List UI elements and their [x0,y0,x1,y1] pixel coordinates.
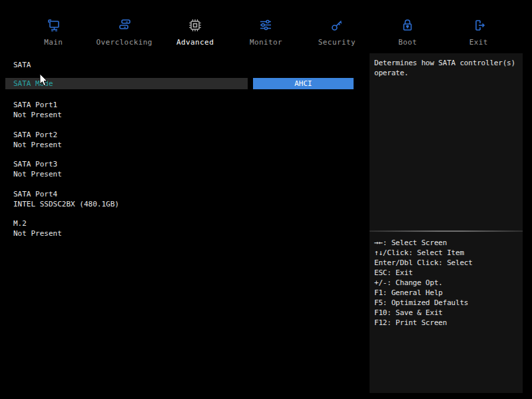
tab-monitor[interactable]: Monitor [230,16,301,47]
tab-exit[interactable]: Exit [443,16,514,47]
sliders-icon [257,16,274,35]
shortcut-key-list: →←: Select Screen ↑↓/Click: Select Item … [374,238,473,328]
item-label: SATA Port2 [13,130,62,140]
help-separator [370,230,523,232]
help-panel: Determines how SATA controller(s) operat… [370,53,523,393]
sata-mode-value[interactable]: AHCI [253,78,354,89]
shortcut-item: F10: Save & Exit [374,308,473,318]
item-value: Not Present [13,228,62,238]
shortcut-item: ↑↓/Click: Select Item [374,248,473,258]
bios-tab-bar: Main Overclocking [18,16,514,47]
shortcut-item: F1: General Help [374,288,473,298]
tab-label: Monitor [250,38,282,47]
item-label: SATA Port3 [13,159,62,169]
tab-advanced[interactable]: Advanced [160,16,230,47]
tab-label: Main [44,38,63,47]
tab-main[interactable]: Main [18,16,89,47]
tab-security[interactable]: Security [302,16,372,47]
tab-label: Overclocking [96,38,152,47]
tab-label: Boot [398,38,417,47]
computer-icon [45,16,62,35]
tab-label: Security [318,38,356,47]
layers-icon [116,16,133,35]
shortcut-item: F12: Print Screen [374,318,473,328]
shortcut-item: →←: Select Screen [374,238,473,248]
item-label: M.2 [13,218,62,228]
sata-mode-row[interactable]: SATA Mode [5,78,248,89]
list-item: SATA Port1 Not Present [13,100,62,120]
tab-label: Advanced [176,38,214,47]
tab-boot[interactable]: Boot [372,16,443,47]
section-title: SATA [13,61,31,69]
door-exit-icon [470,16,487,35]
item-label: SATA Port4 [13,189,119,199]
item-label: SATA Port1 [13,100,62,110]
tab-overclocking[interactable]: Overclocking [89,16,159,47]
item-value: Not Present [13,140,62,150]
shortcut-item: Enter/Dbl Click: Select [374,258,473,268]
item-value: Not Present [13,169,62,179]
list-item: SATA Port3 Not Present [13,159,62,179]
tab-label: Exit [469,38,488,47]
shortcut-item: ESC: Exit [374,268,473,278]
list-item: M.2 Not Present [13,218,62,238]
item-value: INTEL SSDSC2BX (480.1GB) [13,199,119,209]
shortcut-item: F5: Optimized Defaults [374,298,473,308]
help-description: Determines how SATA controller(s) operat… [374,58,515,78]
lock-icon [399,16,416,35]
list-item: SATA Port2 Not Present [13,130,62,150]
bios-setup-screen: Main Overclocking [0,0,532,399]
chip-icon [186,16,204,35]
key-icon [328,16,346,35]
shortcut-item: +/-: Change Opt. [374,278,473,288]
item-value: Not Present [13,110,62,120]
list-item: SATA Port4 INTEL SSDSC2BX (480.1GB) [13,189,119,209]
